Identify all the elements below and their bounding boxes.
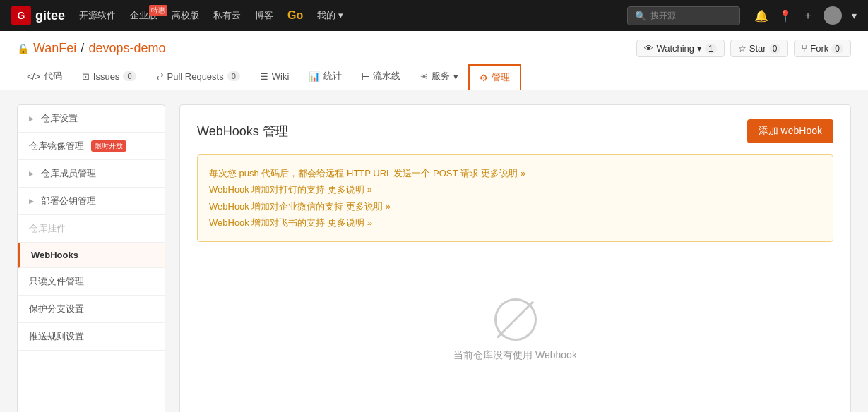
tab-wiki[interactable]: ☰ Wiki [250,64,299,90]
fork-button[interactable]: ⑂ Fork 0 [794,40,851,57]
enterprise-badge: 特惠 [149,5,167,16]
watching-button[interactable]: 👁 Watching ▾ 1 [636,40,724,57]
star-label: Star [749,43,766,54]
pipeline-icon: ⊢ [362,71,369,82]
nav-item-blog[interactable]: 博客 [255,9,273,22]
nav-item-opensource[interactable]: 开源软件 [79,9,116,22]
sidebar-item-readonly-files[interactable]: 只读文件管理 [18,268,165,296]
pr-count: 0 [227,71,240,81]
search-placeholder: 搜开源 [650,10,676,22]
sidebar: 仓库设置 仓库镜像管理 限时开放 仓库成员管理 部署公钥管理 仓库挂件 WebH… [17,104,165,412]
nav-item-enterprise[interactable]: 企业版 特惠 [130,9,157,22]
nav-item-go[interactable]: Go [287,9,303,22]
empty-state: 当前仓库没有使用 Webhook [197,256,833,404]
watching-label: Watching [656,43,694,54]
repo-separator: / [81,41,84,56]
tab-issues[interactable]: ⊡ Issues 0 [72,64,146,90]
lock-icon: 🔒 [17,43,29,54]
star-button[interactable]: ☆ Star 0 [730,40,789,57]
pr-icon: ⇄ [156,71,164,82]
sidebar-label-deploy-key: 部署公钥管理 [41,195,96,207]
fork-count: 0 [831,44,843,54]
issues-count: 0 [123,71,136,81]
location-icon[interactable]: 📍 [778,9,792,23]
content-area: WebHooks 管理 添加 webHook 每次您 push 代码后，都会给远… [179,104,851,412]
empty-state-text: 当前仓库没有使用 Webhook [453,349,577,362]
bell-icon[interactable]: 🔔 [754,9,768,23]
sidebar-label-mirror-mgmt: 仓库镜像管理 [29,140,84,152]
repo-header: 🔒 WanFei / devops-demo 👁 Watching ▾ 1 ☆ … [0,31,868,90]
sidebar-label-protected-branches: 保护分支设置 [29,303,84,315]
sidebar-label-push-rules: 推送规则设置 [29,330,84,343]
user-avatar[interactable] [824,6,842,25]
sidebar-item-widgets: 仓库挂件 [18,215,165,243]
site-logo[interactable]: G gitee [11,6,65,25]
fork-icon: ⑂ [802,43,807,54]
top-navigation: G gitee 开源软件 企业版 特惠 高校版 私有云 博客 Go 我的 ▾ 🔍… [0,0,868,31]
sidebar-label-readonly-files: 只读文件管理 [29,275,84,288]
sidebar-item-deploy-key[interactable]: 部署公钥管理 [18,188,165,215]
repo-owner-link[interactable]: WanFei [33,41,76,56]
star-icon: ☆ [738,43,747,54]
repo-title-row: 🔒 WanFei / devops-demo 👁 Watching ▾ 1 ☆ … [17,40,851,57]
tab-manage[interactable]: ⚙ 管理 [468,64,521,90]
tab-prs[interactable]: ⇄ Pull Requests 0 [146,64,250,90]
info-line-1: 每次您 push 代码后，都会给远程 HTTP URL 发送一个 POST 请求… [209,165,821,181]
sidebar-label-widgets: 仓库挂件 [29,222,66,235]
issues-icon: ⊡ [82,71,90,82]
services-icon: ✳ [420,71,428,82]
watching-count: 1 [705,44,717,54]
logo-icon: G [11,6,31,25]
fork-label: Fork [810,43,828,54]
manage-icon: ⚙ [480,73,488,83]
sidebar-item-repo-settings[interactable]: 仓库设置 [18,105,165,133]
info-line-2: WebHook 增加对打钉的支持 更多说明 » [209,181,821,198]
wiki-icon: ☰ [260,71,268,82]
star-count: 0 [769,44,781,54]
repo-title: 🔒 WanFei / devops-demo [17,41,165,56]
sidebar-item-protected-branches[interactable]: 保护分支设置 [18,296,165,323]
tab-stats[interactable]: 📊 统计 [299,64,352,90]
code-icon: </> [27,71,40,82]
stats-icon: 📊 [309,71,320,82]
sidebar-label-repo-settings: 仓库设置 [41,112,78,125]
search-icon: 🔍 [635,11,646,21]
info-line-4: WebHook 增加对飞书的支持 更多说明 » [209,214,821,231]
eye-icon: 👁 [644,43,653,54]
main-content: 仓库设置 仓库镜像管理 限时开放 仓库成员管理 部署公钥管理 仓库挂件 WebH… [0,90,868,412]
sidebar-item-member-mgmt[interactable]: 仓库成员管理 [18,160,165,188]
tab-services[interactable]: ✳ 服务 ▾ [410,64,468,90]
repo-name-link[interactable]: devops-demo [88,41,165,56]
page-title: WebHooks 管理 [197,123,288,140]
sidebar-item-mirror-mgmt[interactable]: 仓库镜像管理 限时开放 [18,133,165,160]
nav-item-mine[interactable]: 我的 ▾ [317,9,343,22]
repo-tabs: </> 代码 ⊡ Issues 0 ⇄ Pull Requests 0 ☰ Wi… [17,64,851,90]
no-webhook-icon [494,298,537,341]
info-line-3: WebHook 增加对企业微信的支持 更多说明 » [209,198,821,214]
sidebar-label-webhooks: WebHooks [31,250,78,260]
info-box: 每次您 push 代码后，都会给远程 HTTP URL 发送一个 POST 请求… [197,154,833,242]
repo-actions: 👁 Watching ▾ 1 ☆ Star 0 ⑂ Fork 0 [636,40,851,57]
services-dropdown-icon: ▾ [453,71,458,82]
content-header: WebHooks 管理 添加 webHook [197,119,833,143]
tab-code[interactable]: </> 代码 [17,64,72,90]
sidebar-label-member-mgmt: 仓库成员管理 [41,167,96,180]
add-webhook-button[interactable]: 添加 webHook [747,119,833,143]
logo-text: gitee [35,8,65,23]
mirror-badge: 限时开放 [91,140,126,152]
sidebar-item-push-rules[interactable]: 推送规则设置 [18,323,165,351]
add-icon[interactable]: ＋ [802,8,814,23]
watching-dropdown-icon: ▾ [697,43,702,54]
tab-pipeline[interactable]: ⊢ 流水线 [352,64,410,90]
search-bar[interactable]: 🔍 搜开源 [627,6,740,25]
sidebar-item-webhooks[interactable]: WebHooks [18,243,165,268]
nav-icon-group: 🔔 📍 ＋ ▾ [754,6,857,25]
nav-item-university[interactable]: 高校版 [172,9,199,22]
nav-item-private[interactable]: 私有云 [213,9,241,22]
avatar-dropdown-icon[interactable]: ▾ [852,10,857,21]
